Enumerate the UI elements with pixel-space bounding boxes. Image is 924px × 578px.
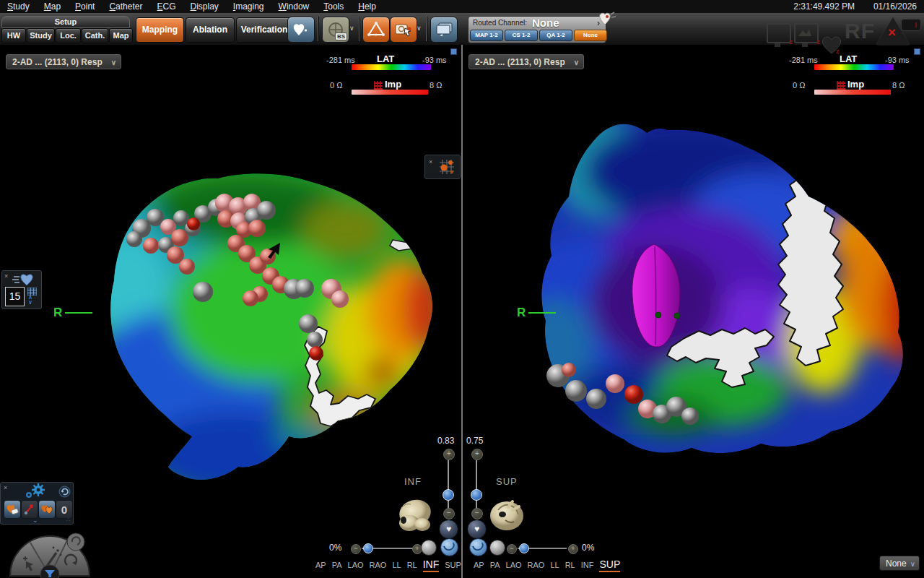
mapping-mode-button[interactable]: Mapping [136, 17, 184, 43]
transparency-handle-left[interactable] [363, 543, 373, 553]
channel-chip-qa[interactable]: QA 1-2 [539, 30, 572, 41]
screen-layout-button[interactable] [430, 17, 458, 43]
orient-inf-active[interactable]: INF [423, 558, 440, 572]
orient-sup[interactable]: SUP [445, 561, 461, 569]
fam-map-button[interactable] [362, 17, 390, 43]
surface-slider-track-right[interactable] [476, 460, 477, 512]
heart-orientation-model-left [393, 493, 435, 538]
menu-imaging[interactable]: Imaging [226, 1, 271, 12]
trackball-blue-right[interactable] [469, 538, 487, 556]
surface-slider-handle-left[interactable] [443, 489, 454, 501]
menu-point[interactable]: Point [68, 1, 102, 12]
surface-slider-handle-right[interactable] [471, 489, 482, 501]
orient-lao[interactable]: LAO [348, 561, 364, 569]
setup-tab-loc[interactable]: Loc. [56, 28, 81, 43]
small-heart-status-icon [598, 10, 616, 27]
orient-inf[interactable]: INF [581, 561, 594, 569]
r-reference-line-right [528, 312, 556, 314]
channel-chip-none[interactable]: None [574, 30, 607, 41]
trackball-blue-left[interactable] [440, 538, 458, 556]
slider-increase-right[interactable]: + [471, 449, 483, 460]
slider-decrease-right[interactable]: − [471, 508, 483, 519]
routed-channel-label: Routed Channel: [473, 19, 527, 27]
setup-tab-map[interactable]: Map [109, 28, 133, 43]
menu-tools[interactable]: Tools [316, 1, 351, 12]
menu-help[interactable]: Help [351, 1, 383, 12]
orient-ap[interactable]: AP [315, 561, 326, 569]
lat-map-3d-right[interactable] [463, 45, 924, 578]
point-grid-icon[interactable] [438, 158, 456, 176]
bs-dropdown-chevron[interactable]: ∨ [349, 25, 354, 32]
orient-ap[interactable]: AP [474, 561, 484, 569]
trackball-gray-right[interactable] [489, 540, 505, 556]
map-selector-left[interactable]: 2-AD ... (2113, 0) Resp ∨ [6, 54, 121, 69]
select-hearts-tool-button[interactable] [38, 500, 56, 519]
surface-slider-track-left[interactable] [448, 460, 449, 512]
transparency-decrease-left[interactable]: − [351, 544, 361, 554]
close-icon[interactable]: × [4, 273, 8, 280]
verification-mode-button[interactable]: Verification [236, 17, 292, 43]
orient-rl[interactable]: RL [565, 561, 575, 569]
panel-collapse-chevron[interactable]: ⌄ [32, 517, 38, 524]
setup-tab-cath[interactable]: Cath. [82, 28, 108, 43]
lat-colorbar-right[interactable] [814, 64, 894, 70]
slider-increase-left[interactable]: + [443, 449, 455, 460]
transparency-increase-right[interactable]: + [568, 544, 578, 554]
imp-colorbar-left[interactable] [352, 90, 428, 95]
imp-colorbar-right[interactable] [814, 90, 891, 95]
close-icon[interactable]: × [4, 485, 7, 491]
slider-decrease-left[interactable]: − [443, 508, 455, 519]
imaging-screen-status-icon: z [794, 23, 819, 43]
ablation-mode-button[interactable]: Ablation [186, 17, 235, 43]
fill-threshold-value[interactable]: 15 [5, 287, 25, 306]
trackball-gray-left[interactable] [421, 540, 437, 556]
stepper-down-icon[interactable]: ∨ [28, 300, 32, 305]
new-map-button[interactable] [287, 17, 315, 43]
fast-heart-icon [12, 272, 37, 287]
erase-points-tool-button[interactable] [4, 500, 21, 519]
menu-display[interactable]: Display [183, 1, 225, 12]
lat-colorbar-left[interactable] [352, 64, 431, 70]
viewport-divider[interactable] [461, 45, 463, 578]
orient-rao[interactable]: RAO [370, 561, 387, 569]
resize-grip[interactable]: ∴ [66, 517, 71, 523]
transparency-decrease-right[interactable]: − [507, 544, 517, 554]
menu-catheter[interactable]: Catheter [102, 1, 149, 12]
imp-scale-min-right: 0 Ω [793, 81, 805, 90]
orient-ll[interactable]: LL [392, 561, 401, 569]
snapshot-dropdown-chevron[interactable]: ∨ [417, 25, 422, 32]
reset-rotation-icon[interactable] [58, 486, 71, 498]
heart-visibility-button-left[interactable]: ♥ [439, 519, 458, 539]
orient-pa[interactable]: PA [490, 561, 500, 569]
transparency-handle-right[interactable] [519, 543, 529, 553]
menu-map[interactable]: Map [37, 1, 68, 12]
snapshot-button[interactable] [390, 17, 417, 43]
bs-location-button[interactable]: BS [322, 17, 349, 43]
channel-chip-map[interactable]: MAP 1-2 [470, 30, 503, 41]
menu-bar: Study Map Point Catheter ECG Display Ima… [0, 0, 924, 13]
view-rotation-dial[interactable] [6, 530, 94, 578]
setup-tab-study[interactable]: Study [27, 28, 55, 43]
imp-mesh-icon [837, 81, 845, 90]
bs-badge: BS [335, 33, 347, 40]
orient-sup-active[interactable]: SUP [599, 558, 620, 572]
setup-tab-hw[interactable]: HW [1, 28, 26, 43]
menu-study[interactable]: Study [0, 1, 37, 12]
heart-visibility-button-right[interactable]: ♥ [467, 519, 487, 539]
viewport-maximize-left[interactable] [450, 48, 457, 55]
transparency-value-left: 0% [329, 543, 341, 553]
map-selector-right[interactable]: 2-AD ... (2113, 0) Resp ∨ [468, 54, 584, 69]
channel-chip-cs[interactable]: CS 1-2 [505, 30, 538, 41]
orient-pa[interactable]: PA [332, 561, 342, 569]
viewport-maximize-right[interactable] [914, 48, 920, 55]
orient-lao[interactable]: LAO [506, 561, 522, 569]
orient-rl[interactable]: RL [407, 561, 417, 569]
orient-ll[interactable]: LL [550, 561, 559, 569]
footer-dropdown[interactable]: None ∨ [879, 556, 920, 571]
orient-rao[interactable]: RAO [528, 561, 545, 569]
menu-window[interactable]: Window [271, 1, 317, 12]
settings-gears-icon[interactable] [22, 483, 48, 499]
menu-ecg[interactable]: ECG [149, 1, 183, 12]
close-icon[interactable]: × [429, 159, 432, 165]
main-toolbar: Setup HW Study Loc. Cath. Map Mapping Ab… [0, 13, 924, 46]
